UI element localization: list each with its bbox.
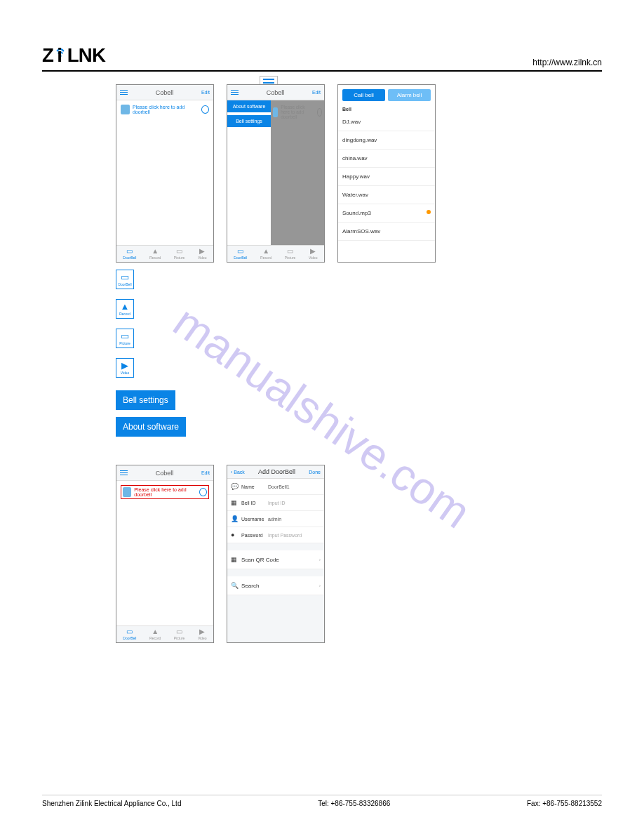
tab-call-bell[interactable]: Call bell bbox=[342, 89, 385, 101]
field-name[interactable]: 💬 Name DoorBell1 bbox=[227, 479, 324, 495]
tab-record[interactable]: ▲Record bbox=[149, 628, 161, 640]
bell-item[interactable]: dingdong.wav bbox=[338, 131, 435, 150]
chevron-right-icon: › bbox=[319, 583, 321, 588]
tab-record[interactable]: ▲Record bbox=[260, 248, 271, 260]
user-icon: 👤 bbox=[231, 515, 239, 522]
bell-item[interactable]: Water.wav bbox=[338, 186, 435, 204]
menu-about-software[interactable]: About software bbox=[227, 100, 271, 112]
icon-legend: ▭DoorBell ▲Record ▭Picture ▶Video bbox=[116, 270, 602, 378]
avatar-icon bbox=[123, 487, 131, 497]
chat-icon: 💬 bbox=[231, 483, 239, 490]
field-bell-id[interactable]: ▦ Bell ID Input ID bbox=[227, 495, 324, 511]
tab-video[interactable]: ▶Video bbox=[309, 248, 318, 260]
screen-title: Cobell bbox=[156, 89, 174, 96]
svg-text:LNK: LNK bbox=[67, 44, 106, 66]
lock-icon: ● bbox=[231, 531, 239, 538]
edit-button[interactable]: Edit bbox=[201, 90, 210, 95]
menu-icon[interactable] bbox=[120, 470, 128, 476]
legend-video-icon: ▶Video bbox=[116, 358, 134, 378]
screen-title: Cobell bbox=[267, 89, 285, 96]
tab-picture[interactable]: ▭Picture bbox=[285, 248, 296, 260]
screenshot-bell-list: Call bell Alarm bell Bell DJ.wav dingdon… bbox=[337, 84, 436, 263]
footer-tel: Tel: +86-755-83326866 bbox=[318, 800, 390, 807]
bell-section-header: Bell bbox=[338, 105, 435, 113]
tab-video[interactable]: ▶Video bbox=[198, 248, 207, 260]
menu-icon[interactable] bbox=[120, 90, 128, 95]
scan-qr-button[interactable]: ▦ Scan QR Code › bbox=[227, 550, 324, 569]
tab-picture[interactable]: ▭Picture bbox=[174, 628, 185, 640]
menu-bell-settings[interactable]: Bell settings bbox=[227, 115, 271, 127]
qr-icon: ▦ bbox=[231, 556, 239, 563]
screenshot-cobell-add-highlighted: Cobell Edit Please click here to add doo… bbox=[116, 465, 214, 643]
screenshot-add-doorbell: ‹ Back Add DoorBell Done 💬 Name DoorBell… bbox=[227, 465, 325, 643]
legend-picture-icon: ▭Picture bbox=[116, 329, 134, 348]
tab-doorbell[interactable]: ▭DoorBell bbox=[123, 628, 136, 640]
add-doorbell-prompt[interactable]: Please click here to add doorbell bbox=[121, 485, 209, 499]
screen-title: Add DoorBell bbox=[258, 468, 295, 475]
screenshot-cobell-menu: Cobell Edit About software Bell settings… bbox=[227, 84, 325, 263]
tab-picture[interactable]: ▭Picture bbox=[174, 248, 185, 260]
footer-fax: Fax: +86-755-88213552 bbox=[527, 800, 602, 807]
bell-item[interactable]: Sound.mp3 bbox=[338, 204, 435, 223]
tab-record[interactable]: ▲Record bbox=[149, 248, 161, 260]
edit-button[interactable]: Edit bbox=[201, 470, 210, 475]
footer-company: Shenzhen Zilink Electrical Appliance Co.… bbox=[42, 800, 181, 807]
avatar-icon bbox=[121, 105, 130, 114]
done-button[interactable]: Done bbox=[309, 470, 321, 475]
legend-record-icon: ▲Record bbox=[116, 299, 134, 319]
page-footer: Shenzhen Zilink Electrical Appliance Co.… bbox=[42, 795, 602, 807]
add-doorbell-prompt[interactable]: Please click here to add doorbell bbox=[121, 105, 209, 114]
svg-text:i: i bbox=[57, 44, 62, 66]
screen-title: Cobell bbox=[156, 470, 174, 477]
tab-alarm-bell[interactable]: Alarm bell bbox=[388, 89, 431, 101]
page-header: Z i LNK http://www.zilnk.cn bbox=[42, 42, 602, 72]
chevron-right-icon: › bbox=[319, 557, 321, 562]
logo: Z i LNK bbox=[42, 42, 133, 67]
bell-item[interactable]: Happy.wav bbox=[338, 168, 435, 186]
tab-doorbell[interactable]: ▭DoorBell bbox=[234, 248, 247, 260]
selected-icon bbox=[427, 210, 431, 214]
about-software-button[interactable]: About software bbox=[116, 417, 186, 437]
bell-item[interactable]: AlarmSOS.wav bbox=[338, 223, 435, 241]
search-button[interactable]: 🔍 Search › bbox=[227, 576, 324, 595]
search-icon: 🔍 bbox=[231, 582, 239, 589]
svg-text:Z: Z bbox=[42, 44, 54, 66]
refresh-icon[interactable] bbox=[201, 105, 209, 114]
tab-doorbell[interactable]: ▭DoorBell bbox=[123, 248, 136, 260]
grid-icon: ▦ bbox=[231, 499, 239, 506]
legend-doorbell-icon: ▭DoorBell bbox=[116, 270, 134, 289]
edit-button[interactable]: Edit bbox=[312, 90, 321, 95]
refresh-icon[interactable] bbox=[199, 488, 207, 496]
bell-settings-button[interactable]: Bell settings bbox=[116, 390, 175, 410]
back-button[interactable]: ‹ Back bbox=[231, 470, 245, 475]
bell-item[interactable]: china.wav bbox=[338, 150, 435, 168]
bell-item[interactable]: DJ.wav bbox=[338, 113, 435, 131]
header-url: http://www.zilnk.cn bbox=[532, 58, 602, 67]
field-username[interactable]: 👤 Username admin bbox=[227, 511, 324, 527]
refresh-icon bbox=[317, 108, 322, 117]
menu-icon[interactable] bbox=[231, 90, 239, 95]
screenshot-cobell-empty: Cobell Edit Please click here to add doo… bbox=[116, 84, 214, 263]
avatar-icon bbox=[273, 107, 278, 117]
field-password[interactable]: ● Password Input Password bbox=[227, 527, 324, 543]
tab-video[interactable]: ▶Video bbox=[198, 628, 207, 640]
